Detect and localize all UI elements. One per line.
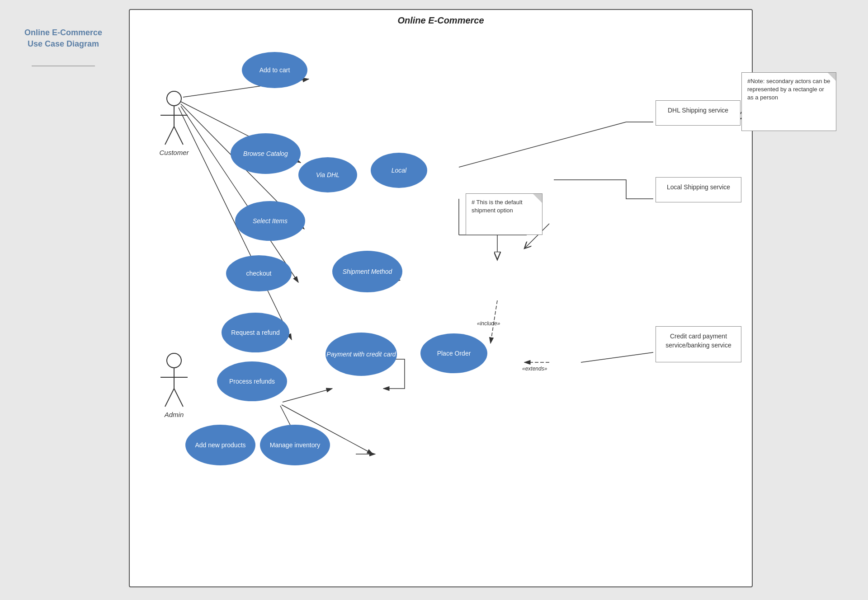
use-case-browse-catalog[interactable]: Browse Catalog	[231, 133, 301, 174]
admin-actor: Admin	[158, 352, 190, 418]
use-case-via-dhl[interactable]: Via DHL	[298, 157, 357, 192]
actor-box-credit: Credit card payment service/banking serv…	[656, 326, 741, 362]
use-case-local[interactable]: Local	[371, 153, 427, 188]
page-container: Online E-Commerce Use Case Diagram Onlin…	[0, 0, 868, 600]
note-secondary-actors: #Note: secondary actors can be represent…	[741, 72, 836, 131]
svg-line-33	[174, 127, 183, 145]
svg-line-37	[165, 389, 174, 407]
use-case-add-to-cart[interactable]: Add to cart	[242, 52, 307, 88]
use-case-shipment-method[interactable]: Shipment Method	[332, 251, 402, 292]
diagram-border	[129, 9, 753, 587]
svg-point-29	[167, 91, 181, 106]
use-case-checkout[interactable]: checkout	[226, 255, 292, 291]
actor-box-local: Local Shipping service	[656, 177, 741, 202]
use-case-request-refund[interactable]: Request a refund	[222, 313, 289, 352]
use-case-manage-inventory[interactable]: Manage inventory	[260, 425, 330, 465]
use-case-payment-credit[interactable]: Payment with credit card	[326, 333, 397, 376]
note-default-shipment: # This is the default shipment option	[466, 193, 542, 235]
use-case-process-refunds[interactable]: Process refunds	[217, 361, 287, 401]
customer-actor: Customer	[158, 90, 190, 156]
sidebar-title: Online E-Commerce Use Case Diagram	[18, 27, 108, 50]
diagram-title: Online E-Commerce	[129, 9, 753, 26]
use-case-add-products[interactable]: Add new products	[185, 425, 255, 465]
customer-label: Customer	[158, 149, 190, 156]
svg-line-32	[165, 127, 174, 145]
customer-figure	[158, 90, 190, 149]
use-case-place-order[interactable]: Place Order	[420, 333, 487, 373]
svg-point-34	[167, 353, 181, 368]
admin-label: Admin	[158, 411, 190, 418]
actor-box-dhl: DHL Shipping service	[656, 100, 741, 126]
sidebar-divider	[32, 66, 95, 66]
use-case-select-items[interactable]: Select Items	[235, 201, 305, 241]
admin-figure	[158, 352, 190, 411]
svg-line-38	[174, 389, 183, 407]
